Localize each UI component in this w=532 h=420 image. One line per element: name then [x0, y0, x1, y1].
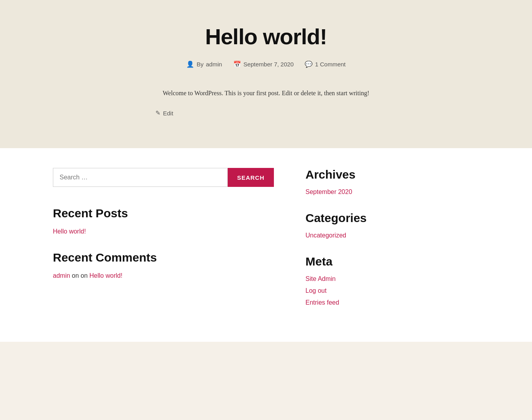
archives-heading: Archives — [305, 168, 479, 181]
meta-heading: Meta — [305, 255, 479, 268]
post-date-meta: 📅 September 7, 2020 — [233, 60, 294, 68]
search-container: SEARCH — [53, 168, 274, 187]
meta-site-admin[interactable]: Site Admin — [305, 275, 479, 283]
recent-post-item[interactable]: Hello world! — [53, 228, 274, 235]
archives-section: Archives September 2020 — [305, 168, 479, 196]
categories-section: Categories Uncategorized — [305, 211, 479, 239]
comment-icon: 💬 — [305, 60, 313, 68]
search-input[interactable] — [53, 168, 228, 187]
categories-heading: Categories — [305, 211, 479, 225]
person-icon: 👤 — [186, 60, 194, 68]
right-column: Archives September 2020 Categories Uncat… — [305, 168, 479, 322]
content-wrapper: SEARCH Recent Posts Hello world! Recent … — [29, 168, 503, 322]
post-comments-meta: 💬 1 Comment — [305, 60, 346, 68]
calendar-icon: 📅 — [233, 60, 241, 68]
search-button[interactable]: SEARCH — [228, 168, 274, 187]
left-column: SEARCH Recent Posts Hello world! Recent … — [53, 168, 274, 322]
post-content: Welcome to WordPress. This is your first… — [163, 88, 369, 98]
category-item[interactable]: Uncategorized — [305, 232, 479, 239]
archive-item[interactable]: September 2020 — [305, 188, 479, 196]
edit-anchor[interactable]: Edit — [163, 110, 173, 117]
post-edit-link[interactable]: ✎ Edit — [155, 109, 173, 117]
meta-entries-feed[interactable]: Entries feed — [305, 299, 479, 306]
edit-icon: ✎ — [155, 109, 161, 117]
comment-item: admin on on Hello world! — [53, 272, 274, 279]
post-author-meta: 👤 By admin — [186, 60, 222, 68]
comment-on-text: on — [72, 272, 79, 279]
comment-author-link[interactable]: admin — [53, 272, 70, 279]
comment-post-link[interactable]: Hello world! — [90, 272, 123, 279]
post-author-label: By — [197, 61, 204, 68]
post-hero: Hello world! 👤 By admin 📅 September 7, 2… — [0, 0, 532, 148]
post-date: September 7, 2020 — [244, 61, 294, 68]
recent-posts-heading: Recent Posts — [53, 207, 274, 220]
meta-log-out[interactable]: Log out — [305, 287, 479, 294]
post-meta: 👤 By admin 📅 September 7, 2020 💬 1 Comme… — [186, 60, 346, 68]
comment-on-text-word: on — [81, 272, 89, 279]
recent-comments-heading: Recent Comments — [53, 251, 274, 264]
post-author-link[interactable]: admin — [206, 61, 222, 68]
recent-comments-section: Recent Comments admin on on Hello world! — [53, 251, 274, 279]
meta-section: Meta Site Admin Log out Entries feed — [305, 255, 479, 306]
post-comment-count: 1 Comment — [315, 61, 346, 68]
main-content: SEARCH Recent Posts Hello world! Recent … — [0, 148, 532, 342]
recent-posts-section: Recent Posts Hello world! — [53, 207, 274, 235]
post-title: Hello world! — [205, 24, 327, 49]
